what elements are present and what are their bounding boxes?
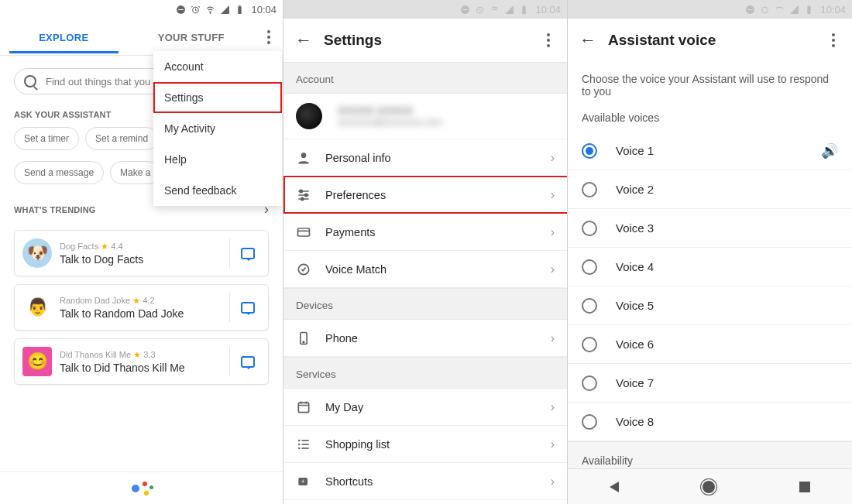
arrow-back-icon: ← <box>295 30 312 50</box>
radio-unselected[interactable] <box>582 337 597 352</box>
credit-card-icon <box>296 225 318 240</box>
radio-unselected[interactable] <box>582 414 597 430</box>
card-meta: Random Dad Joke ★ 4.2 <box>60 296 225 306</box>
voice-option[interactable]: Voice 1 🔊 <box>568 132 852 170</box>
panel-settings: 10:04 ← Settings Account XXXXX XXXXX xxx… <box>283 0 568 504</box>
more-vert-icon <box>547 33 550 47</box>
tab-your-stuff[interactable]: YOUR STUFF <box>128 21 256 53</box>
menu-item-activity[interactable]: My Activity <box>153 113 282 144</box>
svg-rect-31 <box>808 6 811 14</box>
card-avatar: 🐶 <box>22 238 52 268</box>
chat-button[interactable] <box>229 238 265 268</box>
menu-item-settings[interactable]: Settings <box>153 82 282 113</box>
svg-rect-9 <box>523 6 526 14</box>
settings-item-personal-info[interactable]: Personal info › <box>283 139 567 177</box>
alarm-icon <box>191 5 201 15</box>
card-avatar: 👨 <box>22 293 52 322</box>
wifi-icon <box>490 5 500 15</box>
radio-unselected[interactable] <box>582 375 597 391</box>
nav-back-button[interactable] <box>610 482 619 492</box>
star-icon: ★ <box>133 350 141 359</box>
chip-send-message[interactable]: Send a message <box>14 161 104 184</box>
voice-match-icon <box>296 262 318 277</box>
chip-set-reminder[interactable]: Set a remind <box>85 127 158 150</box>
wifi-icon <box>205 5 215 15</box>
section-header-account: Account <box>283 62 567 94</box>
chevron-right-icon: › <box>551 331 555 345</box>
chat-button[interactable] <box>229 347 265 376</box>
settings-item-voice-match[interactable]: Voice Match › <box>283 251 567 288</box>
panel-explore: 10:04 EXPLORE YOUR STUFF Find out things… <box>0 0 283 504</box>
settings-item-phone[interactable]: Phone › <box>283 320 567 357</box>
chat-button[interactable] <box>229 293 265 322</box>
nav-recent-button[interactable] <box>799 482 810 492</box>
status-bar: 10:04 <box>0 0 283 19</box>
settings-item-shortcuts[interactable]: + Shortcuts › <box>283 463 567 500</box>
card-avatar: 😊 <box>22 347 52 376</box>
assistant-logo-icon[interactable] <box>132 478 152 499</box>
menu-item-help[interactable]: Help <box>153 144 282 175</box>
card-meta: Dog Facts ★ 4.4 <box>60 242 225 252</box>
calendar-icon <box>296 399 318 415</box>
wifi-icon <box>775 5 785 15</box>
svg-point-13 <box>305 194 307 196</box>
tab-explore[interactable]: EXPLORE <box>0 21 128 53</box>
radio-selected[interactable] <box>582 143 597 159</box>
battery-icon <box>804 5 814 15</box>
svg-rect-15 <box>298 228 310 236</box>
settings-item-payments[interactable]: Payments › <box>283 214 567 251</box>
voice-option[interactable]: Voice 3 <box>568 209 852 248</box>
voice-option[interactable]: Voice 6 <box>568 325 852 364</box>
subtitle: Choose the voice your Assistant will use… <box>568 62 852 101</box>
card-title: Talk to Dog Facts <box>60 253 225 266</box>
chevron-right-icon: › <box>551 400 555 414</box>
dnd-icon <box>176 5 186 15</box>
nav-home-button[interactable] <box>703 481 715 493</box>
card-title: Talk to Random Dad Joke <box>60 307 225 320</box>
radio-unselected[interactable] <box>582 298 597 314</box>
panel-assistant-voice: 10:04 ← Assistant voice Choose the voice… <box>568 0 852 504</box>
voice-option[interactable]: Voice 5 <box>568 286 852 325</box>
svg-point-22 <box>298 443 301 445</box>
trending-card[interactable]: 🐶 Dog Facts ★ 4.4 Talk to Dog Facts <box>14 230 269 276</box>
overflow-menu-button[interactable] <box>534 33 562 47</box>
account-text: XXXXX XXXXX xxxxxxxx@xxxxxxxx.com <box>338 105 441 128</box>
chip-set-timer[interactable]: Set a timer <box>14 127 79 150</box>
menu-item-feedback[interactable]: Send feedback <box>153 175 282 206</box>
chevron-right-icon: › <box>551 475 555 489</box>
voice-option[interactable]: Voice 7 <box>568 364 852 403</box>
radio-unselected[interactable] <box>582 221 597 236</box>
overflow-menu-button[interactable] <box>255 30 283 44</box>
more-vert-icon <box>267 30 270 44</box>
status-time: 10:04 <box>535 4 561 15</box>
chevron-right-icon: › <box>551 151 555 165</box>
menu-item-account[interactable]: Account <box>153 51 282 82</box>
voice-option[interactable]: Voice 8 <box>568 403 852 441</box>
back-button[interactable]: ← <box>288 30 319 50</box>
dnd-icon <box>745 5 755 15</box>
svg-text:+: + <box>301 477 305 485</box>
trending-card[interactable]: 👨 Random Dad Joke ★ 4.2 Talk to Random D… <box>14 284 269 331</box>
signal-icon <box>789 5 799 15</box>
voice-option[interactable]: Voice 4 <box>568 248 852 286</box>
svg-point-12 <box>300 190 302 192</box>
overflow-menu-button[interactable] <box>819 33 847 47</box>
svg-rect-7 <box>463 9 469 9</box>
settings-item-my-day[interactable]: My Day › <box>283 389 567 426</box>
svg-rect-21 <box>302 440 309 441</box>
section-header-devices: Devices <box>283 288 567 320</box>
svg-point-3 <box>210 12 211 13</box>
voice-option[interactable]: Voice 2 <box>568 170 852 209</box>
radio-unselected[interactable] <box>582 259 597 275</box>
signal-icon <box>504 5 514 15</box>
settings-item-shopping-list[interactable]: Shopping list › <box>283 426 567 463</box>
radio-unselected[interactable] <box>582 182 597 197</box>
trending-card[interactable]: 😊 Did Thanos Kill Me ★ 3.3 Talk to Did T… <box>14 338 269 385</box>
svg-point-30 <box>762 7 768 13</box>
back-button[interactable]: ← <box>572 30 603 50</box>
svg-point-14 <box>301 197 304 200</box>
svg-point-24 <box>298 447 301 449</box>
account-row[interactable]: XXXXX XXXXX xxxxxxxx@xxxxxxxx.com <box>283 94 567 139</box>
shortcuts-icon: + <box>296 474 318 489</box>
settings-item-preferences[interactable]: Preferences › <box>283 177 567 214</box>
